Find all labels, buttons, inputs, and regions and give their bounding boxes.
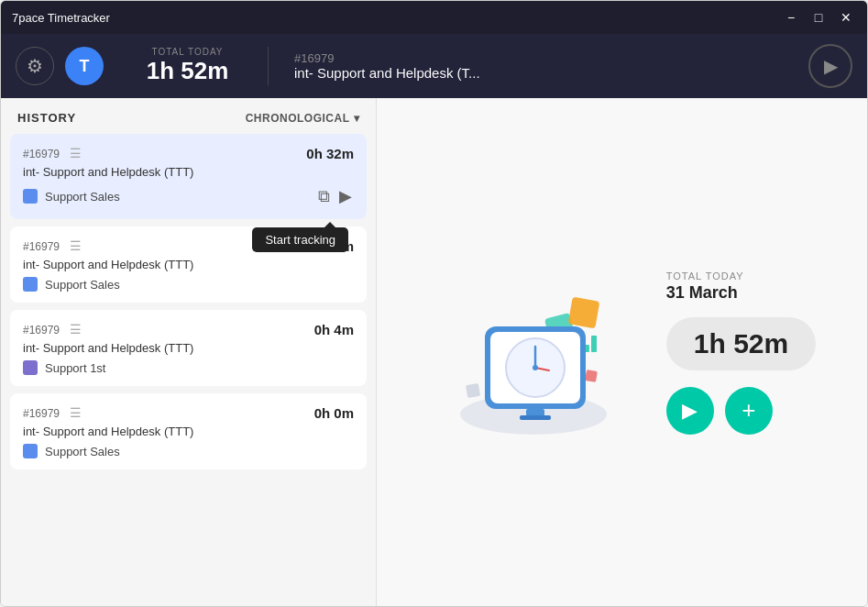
comment-icon-1: ☰: [70, 146, 82, 160]
header-play-button[interactable]: ▶: [808, 44, 852, 88]
item-title-1: int- Support and Helpdesk (TTT): [23, 165, 354, 179]
svg-rect-15: [526, 409, 544, 416]
chevron-down-icon: ▾: [354, 112, 360, 125]
history-item-3: #16979 ☰ 0h 4m int- Support and Helpdesk…: [10, 310, 367, 386]
item-title-3: int- Support and Helpdesk (TTT): [23, 341, 354, 355]
stats-total-label: TOTAL TODAY 31 March: [666, 270, 744, 303]
item-id-4: #16979: [23, 407, 60, 420]
history-list: #16979 ☰ 0h 32m int- Support and Helpdes…: [1, 134, 376, 606]
category-label-3: Support 1st: [45, 361, 106, 375]
item-category-1: Support Sales: [23, 189, 120, 204]
item-id-area-1: #16979 ☰: [23, 145, 82, 161]
header-total: TOTAL TODAY 1h 52m: [122, 47, 269, 85]
item-title-2: int- Support and Helpdesk (TTT): [23, 258, 354, 271]
app-header: ⚙ T TOTAL TODAY 1h 52m #16979 int- Suppo…: [1, 34, 867, 98]
title-bar: 7pace Timetracker − □ ✕: [1, 1, 867, 34]
header-play-icon: ▶: [824, 55, 838, 77]
category-dot-2: [23, 277, 38, 292]
item-id-3: #16979: [23, 324, 60, 337]
item-category-3: Support 1st: [23, 360, 106, 375]
header-total-value: 1h 52m: [122, 57, 253, 85]
category-label-4: Support Sales: [45, 445, 120, 458]
item-id-area-2: #16979 ☰: [23, 237, 82, 254]
item-duration-3: 0h 4m: [314, 322, 354, 337]
item-footer-2: Support Sales: [23, 277, 354, 292]
header-task: #16979 int- Support and Helpdesk (T...: [280, 51, 797, 81]
illustration: [428, 260, 639, 444]
category-dot-1: [23, 189, 38, 204]
item-id-area-3: #16979 ☰: [23, 321, 82, 337]
svg-rect-8: [591, 336, 597, 352]
sort-button[interactable]: CHRONOLOGICAL ▾: [246, 112, 359, 125]
item-id-2: #16979: [23, 240, 60, 253]
history-item-1: #16979 ☰ 0h 32m int- Support and Helpdes…: [10, 134, 367, 219]
header-task-id: #16979: [294, 51, 797, 65]
sort-label: CHRONOLOGICAL: [246, 112, 350, 125]
header-total-label: TOTAL TODAY: [122, 47, 253, 57]
svg-rect-5: [567, 297, 599, 329]
svg-rect-2: [585, 370, 598, 382]
left-panel: HISTORY CHRONOLOGICAL ▾ #16979 ☰ 0h 32m: [1, 98, 377, 606]
item-category-4: Support Sales: [23, 444, 120, 458]
svg-rect-16: [520, 415, 551, 420]
item-top-3: #16979 ☰ 0h 4m: [23, 321, 354, 337]
right-inner: TOTAL TODAY 31 March 1h 52m ▶ +: [428, 260, 816, 444]
item-top-1: #16979 ☰ 0h 32m: [23, 145, 354, 161]
title-bar-text: 7pace Timetracker: [12, 11, 781, 25]
svg-point-14: [533, 365, 538, 370]
item-footer-1: Support Sales ⧉ ▶: [23, 184, 354, 208]
stats-play-button[interactable]: ▶: [666, 387, 714, 435]
history-title: HISTORY: [17, 111, 76, 125]
right-panel: TOTAL TODAY 31 March 1h 52m ▶ +: [377, 98, 867, 606]
app-window: 7pace Timetracker − □ ✕ ⚙ T TOTAL TODAY …: [0, 0, 868, 607]
category-dot-3: [23, 360, 38, 375]
stats-play-icon: ▶: [682, 399, 698, 423]
title-bar-controls: − □ ✕: [781, 7, 856, 28]
settings-button[interactable]: ⚙: [16, 47, 54, 85]
header-task-name: int- Support and Helpdesk (T...: [294, 65, 698, 81]
item-id-1: #16979: [23, 148, 60, 160]
maximize-button[interactable]: □: [808, 7, 829, 28]
stats-label: TOTAL TODAY: [666, 270, 744, 281]
right-stats: TOTAL TODAY 31 March 1h 52m ▶ +: [666, 270, 816, 435]
item-id-area-4: #16979 ☰: [23, 404, 82, 421]
category-dot-4: [23, 444, 38, 458]
play-button-1[interactable]: ▶: [337, 184, 354, 208]
category-label-1: Support Sales: [45, 190, 120, 204]
item-footer-3: Support 1st: [23, 360, 354, 375]
item-title-4: int- Support and Helpdesk (TTT): [23, 425, 354, 438]
category-label-2: Support Sales: [45, 278, 120, 292]
history-header: HISTORY CHRONOLOGICAL ▾: [1, 98, 376, 134]
close-button[interactable]: ✕: [836, 7, 856, 28]
item-category-2: Support Sales: [23, 277, 120, 292]
minimize-button[interactable]: −: [781, 7, 801, 28]
copy-button-1[interactable]: ⧉: [316, 185, 332, 208]
tooltip-text: Start tracking: [265, 233, 335, 247]
item-duration-4: 0h 0m: [314, 405, 354, 421]
item-footer-4: Support Sales: [23, 444, 354, 458]
svg-rect-1: [466, 383, 480, 398]
stats-time-box: 1h 52m: [666, 317, 816, 370]
stats-date: 31 March: [666, 283, 744, 303]
comment-icon-3: ☰: [70, 322, 82, 337]
stats-actions: ▶ +: [666, 387, 773, 435]
comment-icon-2: ☰: [70, 238, 82, 253]
stats-add-icon: +: [742, 396, 755, 425]
comment-icon-4: ☰: [70, 405, 82, 420]
history-item-4: #16979 ☰ 0h 0m int- Support and Helpdesk…: [10, 393, 367, 469]
avatar-button[interactable]: T: [65, 47, 104, 85]
item-top-4: #16979 ☰ 0h 0m: [23, 404, 354, 421]
item-duration-1: 0h 32m: [306, 146, 354, 161]
stats-add-button[interactable]: +: [725, 387, 773, 435]
start-tracking-tooltip: Start tracking: [252, 227, 348, 252]
item-actions-1: ⧉ ▶: [316, 184, 354, 208]
main-content: HISTORY CHRONOLOGICAL ▾ #16979 ☰ 0h 32m: [1, 98, 867, 606]
